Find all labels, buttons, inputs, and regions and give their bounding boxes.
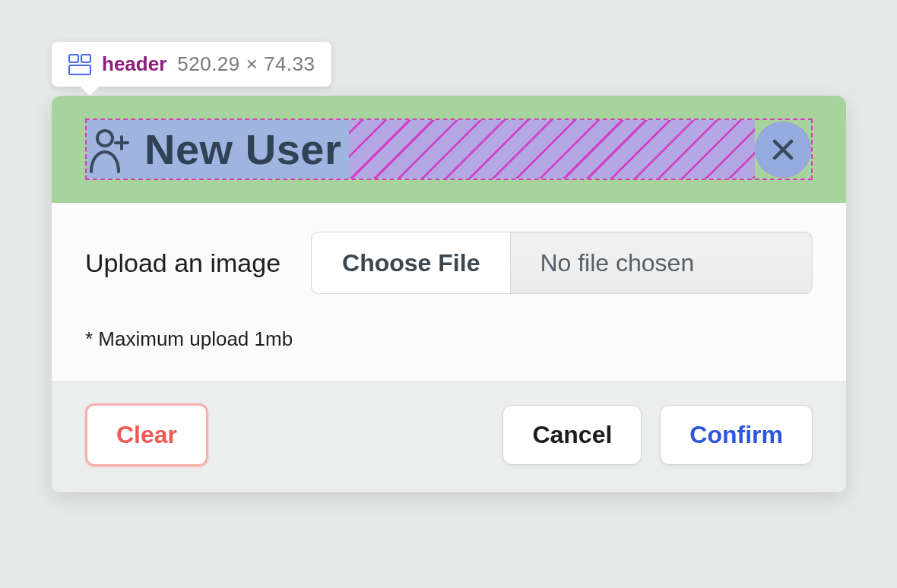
svg-point-3	[97, 131, 113, 146]
upload-label: Upload an image	[85, 248, 281, 278]
dialog-header-content-overlay: New User	[87, 120, 349, 179]
flex-spacer-overlay	[349, 120, 755, 179]
dialog-header-padding-overlay: New User	[52, 96, 846, 203]
close-icon	[771, 138, 795, 162]
add-user-icon	[88, 126, 131, 173]
svg-rect-0	[69, 55, 78, 62]
dialog-body: Upload an image Choose File No file chos…	[52, 203, 846, 382]
close-button[interactable]	[755, 122, 811, 178]
inspector-element-tag: header	[102, 52, 166, 76]
upload-hint: * Maximum upload 1mb	[85, 327, 813, 351]
layout-icon	[68, 54, 91, 75]
svg-rect-1	[81, 55, 90, 62]
file-status-text: No file chosen	[511, 232, 812, 293]
dialog-header: New User	[85, 119, 813, 180]
upload-row: Upload an image Choose File No file chos…	[85, 232, 813, 294]
cancel-button[interactable]: Cancel	[502, 405, 642, 465]
dialog-footer: Clear Cancel Confirm	[52, 382, 846, 492]
file-input[interactable]: Choose File No file chosen	[311, 232, 813, 294]
choose-file-button[interactable]: Choose File	[312, 232, 511, 293]
clear-button[interactable]: Clear	[85, 403, 208, 466]
devtools-inspector-tooltip: header 520.29 × 74.33	[52, 42, 331, 87]
dialog-title: New User	[144, 125, 341, 174]
new-user-dialog: New User Upload an image Choose File No …	[52, 96, 846, 492]
inspector-element-dimensions: 520.29 × 74.33	[177, 52, 315, 76]
svg-rect-2	[69, 65, 90, 74]
confirm-button[interactable]: Confirm	[660, 405, 813, 465]
